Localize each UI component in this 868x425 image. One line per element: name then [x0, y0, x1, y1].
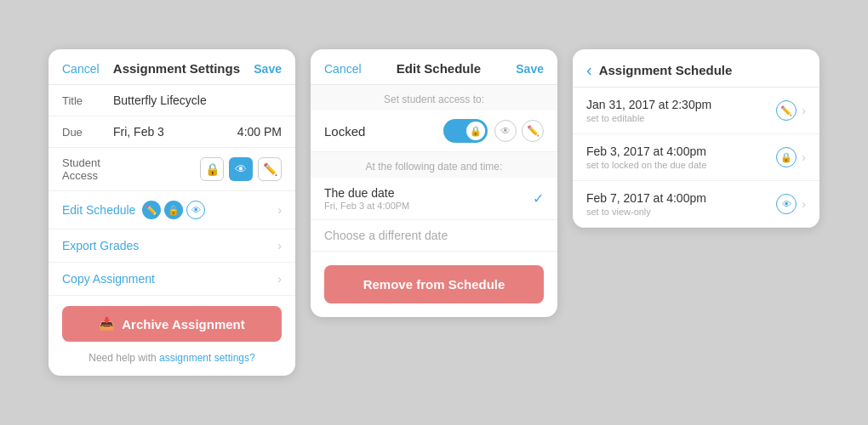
- locked-pencil-btn[interactable]: ✏️: [522, 120, 544, 142]
- toggle-knob: 🔒: [466, 122, 485, 140]
- title-field-row: Title Butterfly Lifecycle: [49, 85, 295, 116]
- copy-assignment-row[interactable]: Copy Assignment ›: [49, 263, 295, 296]
- student-access-label: Student Access: [62, 156, 113, 182]
- panel1-cancel-button[interactable]: Cancel: [62, 62, 100, 76]
- eye-icon-btn[interactable]: 👁: [229, 157, 253, 181]
- schedule-icons: ✏️ 🔒 👁: [142, 201, 205, 219]
- due-date-sub: Fri, Feb 3 at 4:00PM: [324, 201, 409, 211]
- schedule-pencil-icon-0: ✏️: [776, 100, 797, 121]
- schedule-date-2: Feb 7, 2017 at 4:00pm: [586, 191, 706, 205]
- schedule-eye-icon: 👁: [186, 201, 205, 219]
- schedule-item-2[interactable]: Feb 7, 2017 at 4:00pm set to view-only 👁…: [573, 181, 819, 228]
- locked-row: Locked 🔒 👁 ✏️: [311, 110, 557, 152]
- schedule-lock-icon: 🔒: [164, 201, 183, 219]
- export-grades-label: Export Grades: [62, 239, 139, 252]
- panel3-title: Assignment Schedule: [599, 63, 733, 77]
- help-link[interactable]: assignment settings?: [159, 352, 255, 364]
- due-label: Due: [62, 126, 113, 139]
- copy-assignment-chevron: ›: [277, 272, 282, 286]
- schedule-chevron-1: ›: [802, 150, 806, 164]
- archive-btn-label: Archive Assignment: [122, 317, 245, 332]
- check-mark-icon: ✓: [533, 190, 544, 207]
- edit-schedule-label: Edit Schedule: [62, 203, 135, 217]
- panel3-header: ‹ Assignment Schedule: [573, 49, 819, 88]
- archive-assignment-button[interactable]: 📥 Archive Assignment: [62, 306, 282, 342]
- export-grades-row[interactable]: Export Grades ›: [49, 230, 295, 263]
- edit-schedule-panel: Cancel Edit Schedule Save Set student ac…: [311, 49, 557, 317]
- edit-schedule-row[interactable]: Edit Schedule ✏️ 🔒 👁 ›: [49, 191, 295, 230]
- edit-schedule-chevron: ›: [277, 203, 282, 217]
- locked-eye-btn[interactable]: 👁: [494, 120, 517, 142]
- schedule-desc-1: set to locked on the due date: [586, 160, 706, 170]
- schedule-item-0[interactable]: Jan 31, 2017 at 2:30pm set to editable ✏…: [573, 88, 819, 134]
- export-grades-chevron: ›: [277, 239, 282, 252]
- back-button[interactable]: ‹: [586, 61, 592, 78]
- due-date-text: The due date Fri, Feb 3 at 4:00PM: [324, 186, 409, 211]
- date-section-label: At the following date and time:: [311, 152, 557, 178]
- remove-from-schedule-button[interactable]: Remove from Schedule: [324, 265, 544, 303]
- schedule-pencil-icon: ✏️: [142, 201, 161, 219]
- schedule-item-1-icons: 🔒 ›: [776, 147, 806, 167]
- schedule-lock-icon-1: 🔒: [776, 147, 797, 167]
- student-access-row: Student Access 🔒 👁 ✏️: [49, 148, 295, 191]
- schedule-eye-icon-2: 👁: [776, 194, 797, 214]
- locked-toggle[interactable]: 🔒: [443, 119, 488, 143]
- schedule-date-1: Feb 3, 2017 at 4:00pm: [586, 144, 706, 158]
- schedule-item-0-icons: ✏️ ›: [776, 100, 806, 121]
- pencil-icon-btn[interactable]: ✏️: [258, 157, 282, 181]
- archive-icon: 📥: [99, 316, 115, 332]
- panel2-header: Cancel Edit Schedule Save: [311, 49, 557, 85]
- due-date-option[interactable]: The due date Fri, Feb 3 at 4:00PM ✓: [311, 178, 557, 220]
- due-time-value: 4:00 PM: [237, 125, 282, 139]
- set-access-label: Set student access to:: [311, 85, 557, 110]
- title-value: Butterfly Lifecycle: [113, 94, 207, 107]
- schedule-desc-0: set to editable: [586, 113, 711, 123]
- schedule-item-2-icons: 👁 ›: [776, 194, 806, 214]
- panel1-save-button[interactable]: Save: [254, 62, 282, 76]
- due-date-value: Fri, Feb 3: [113, 125, 164, 139]
- help-text: Need help with assignment settings?: [49, 348, 295, 376]
- schedule-date-0: Jan 31, 2017 at 2:30pm: [586, 98, 711, 111]
- copy-assignment-label: Copy Assignment: [62, 272, 155, 286]
- due-date-main: The due date: [324, 186, 409, 200]
- due-field-row: Due Fri, Feb 3 4:00 PM: [49, 116, 295, 148]
- panel2-cancel-button[interactable]: Cancel: [324, 62, 362, 76]
- title-label: Title: [62, 94, 113, 107]
- access-icons: 🔒 👁 ✏️: [200, 157, 282, 181]
- lock-icon-btn[interactable]: 🔒: [200, 157, 224, 181]
- assignment-schedule-panel: ‹ Assignment Schedule Jan 31, 2017 at 2:…: [573, 49, 819, 228]
- choose-date-option[interactable]: Choose a different date: [311, 220, 557, 252]
- help-prefix: Need help with: [89, 352, 159, 364]
- locked-label: Locked: [324, 124, 443, 139]
- schedule-chevron-2: ›: [802, 197, 806, 211]
- schedule-desc-2: set to view-only: [586, 207, 706, 217]
- locked-icons: 👁 ✏️: [494, 120, 544, 142]
- panel1-title: Assignment Settings: [113, 61, 240, 76]
- schedule-chevron-0: ›: [802, 104, 806, 117]
- schedule-item-1[interactable]: Feb 3, 2017 at 4:00pm set to locked on t…: [573, 134, 819, 181]
- panel1-header: Cancel Assignment Settings Save: [49, 49, 295, 85]
- choose-date-placeholder: Choose a different date: [324, 229, 448, 242]
- panel2-title: Edit Schedule: [397, 61, 481, 76]
- assignment-settings-panel: Cancel Assignment Settings Save Title Bu…: [49, 49, 295, 376]
- panel2-save-button[interactable]: Save: [516, 62, 544, 76]
